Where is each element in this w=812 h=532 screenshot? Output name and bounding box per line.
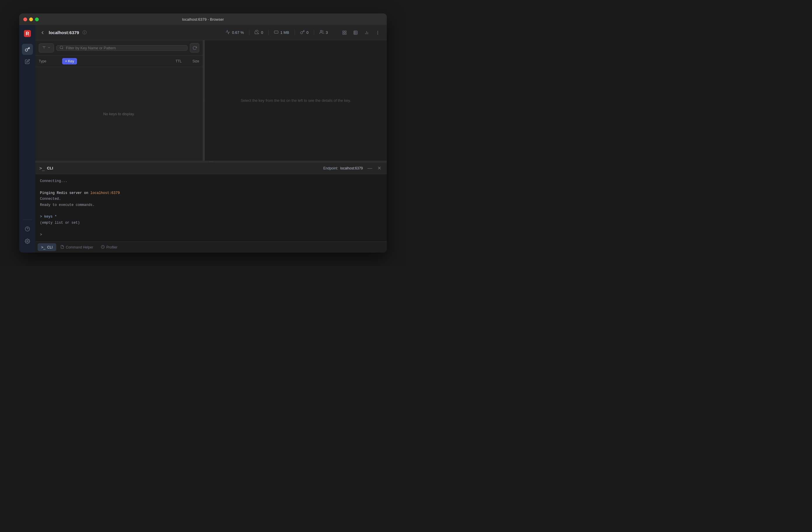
svg-point-20 [377, 34, 378, 34]
connection-value: 0 [261, 30, 263, 35]
browser-area: Type + Key TTL Size No keys to display. … [35, 40, 387, 161]
svg-point-19 [377, 32, 378, 33]
browser-view-btn[interactable] [340, 28, 349, 37]
sidebar-item-help[interactable] [22, 224, 33, 234]
profiler-label: Profiler [106, 245, 118, 249]
cli-controls: — ✕ [366, 165, 383, 172]
table-view-btn[interactable] [351, 28, 360, 37]
svg-text:R: R [26, 31, 29, 36]
minimize-button[interactable] [29, 17, 33, 21]
search-input[interactable] [66, 46, 184, 50]
svg-point-4 [27, 241, 28, 242]
keys-value: 0 [306, 30, 308, 35]
main-layout: R [19, 25, 387, 253]
user-icon [319, 30, 324, 35]
stat-cpu: 0.67 % [220, 30, 249, 35]
users-value: 3 [326, 30, 328, 35]
stat-memory: 1 MB [269, 30, 294, 35]
key-detail-empty-message: Select the key from the list on the left… [241, 98, 351, 103]
maximize-button[interactable] [35, 17, 39, 21]
search-bar [56, 45, 188, 51]
sidebar-nav [22, 44, 33, 217]
key-stat-icon [300, 30, 305, 35]
sidebar-bottom [22, 217, 33, 250]
tab-cli[interactable]: >_ CLI [38, 243, 56, 251]
close-button[interactable] [23, 17, 27, 21]
memory-value: 1 MB [280, 30, 289, 35]
svg-rect-9 [343, 33, 344, 34]
sidebar-item-keys[interactable] [22, 44, 33, 55]
col-size: Size [182, 59, 199, 63]
sidebar-item-editor[interactable] [22, 56, 33, 67]
add-key-button[interactable]: + Key [62, 58, 77, 64]
host-name: localhost:6379 [49, 30, 79, 35]
cli-line-empty-set: (empty list or set) [40, 220, 382, 226]
command-helper-label: Command Helper [66, 245, 93, 249]
cli-line-pinging: Pinging Redis server on localhost:6379 [40, 190, 382, 196]
svg-point-24 [60, 46, 63, 48]
command-helper-icon [60, 245, 64, 250]
filter-icon [42, 45, 46, 51]
key-browser-panel: Type + Key TTL Size No keys to display. [35, 40, 203, 161]
svg-rect-11 [354, 31, 357, 34]
cli-line-connected: Connected. [40, 196, 382, 202]
app-logo: R [22, 28, 33, 39]
stat-keys: 0 [295, 30, 314, 35]
empty-message: No keys to display. [103, 112, 135, 116]
cli-tab-icon: >_ [41, 245, 45, 249]
more-options-btn[interactable] [373, 28, 382, 37]
tab-command-helper[interactable]: Command Helper [57, 243, 97, 251]
stat-users: 3 [314, 30, 333, 35]
cli-header: >_ CLI Endpoint: localhost:6379 — ✕ [35, 162, 387, 174]
cli-line-ready: Ready to execute commands. [40, 202, 382, 208]
table-header: Type + Key TTL Size [35, 56, 203, 67]
key-browser-toolbar [35, 40, 203, 56]
filter-dropdown[interactable] [39, 43, 54, 53]
cli-prompt-icon: >_ [39, 166, 45, 171]
cli-panel: >_ CLI Endpoint: localhost:6379 — ✕ [35, 162, 387, 253]
svg-point-6 [320, 30, 322, 32]
cli-body[interactable]: Connecting... Pinging Redis server on lo… [35, 174, 387, 242]
stat-connections: 0 [249, 30, 269, 35]
cli-tab-label: CLI [47, 245, 53, 249]
col-key: + Key [62, 58, 158, 64]
window-controls [23, 17, 39, 21]
cpu-value: 0.67 % [232, 30, 244, 35]
sidebar: R [19, 25, 35, 253]
refresh-button[interactable] [190, 43, 199, 53]
titlebar: localhost:6379 - Browser [19, 13, 387, 25]
tab-profiler[interactable]: Profiler [98, 243, 121, 251]
profiler-icon [101, 245, 105, 250]
key-detail-panel: Select the key from the list on the left… [205, 40, 387, 161]
cli-line-connecting: Connecting... [40, 178, 382, 184]
sidebar-item-settings[interactable] [22, 236, 33, 247]
col-type: Type [39, 59, 62, 63]
cli-title-group: >_ CLI [39, 166, 53, 171]
back-button[interactable] [40, 30, 45, 35]
table-body: No keys to display. [35, 67, 203, 161]
connection-icon [255, 30, 259, 35]
cli-title: CLI [47, 166, 53, 170]
search-icon [59, 45, 63, 51]
cli-line-blank1 [40, 184, 382, 190]
cli-tabs: >_ CLI Command Helper [35, 242, 387, 253]
cli-line-blank2 [40, 208, 382, 214]
cli-endpoint-label: Endpoint: localhost:6379 [323, 166, 363, 170]
chevron-down-icon [47, 46, 51, 50]
cli-line-prompt: > [40, 232, 382, 238]
toolbar-stats: 0.67 % 0 [220, 30, 333, 35]
col-ttl: TTL [158, 59, 182, 63]
cpu-icon [226, 30, 230, 35]
cli-line-keys-cmd: > keys * [40, 214, 382, 220]
titlebar-title: localhost:6379 - Browser [182, 17, 224, 21]
svg-rect-10 [345, 33, 346, 34]
svg-line-25 [62, 48, 63, 49]
memory-icon [274, 30, 278, 35]
svg-rect-8 [345, 31, 346, 32]
info-icon[interactable]: ⓘ [83, 30, 87, 35]
cli-close-btn[interactable]: ✕ [376, 165, 383, 172]
cli-line-blank3 [40, 226, 382, 232]
cli-minimize-btn[interactable]: — [366, 165, 373, 172]
top-toolbar: localhost:6379 ⓘ 0.67 % [35, 25, 387, 40]
chart-view-btn[interactable] [362, 28, 371, 37]
